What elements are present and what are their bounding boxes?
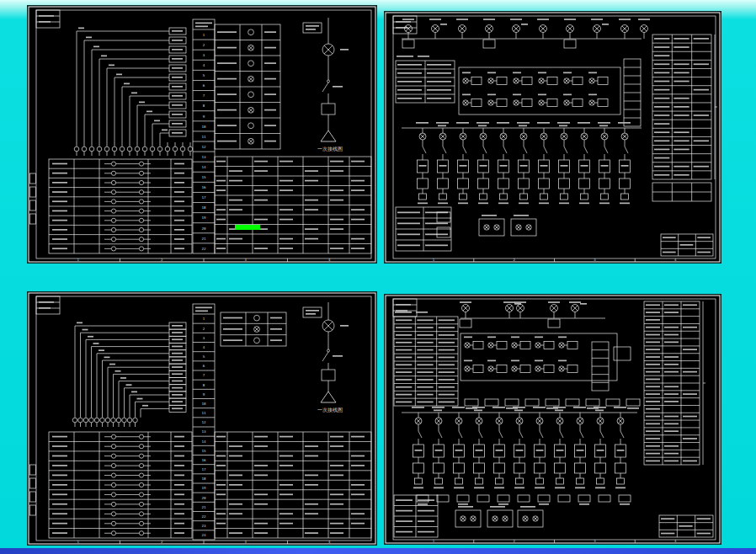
svg-text:21: 21 (201, 505, 206, 509)
svg-text:15: 15 (201, 449, 206, 453)
svg-text:13: 13 (201, 155, 206, 159)
svg-text:8: 8 (203, 383, 205, 387)
cad-workspace: 123412345678910111213141516171819202122一… (0, 0, 756, 554)
svg-text:2: 2 (203, 43, 205, 47)
svg-text:22: 22 (201, 247, 206, 251)
svg-text:5: 5 (203, 354, 205, 359)
svg-text:24: 24 (201, 533, 206, 537)
svg-text:11: 11 (201, 411, 206, 415)
svg-text:23: 23 (201, 524, 206, 528)
svg-text:17: 17 (201, 467, 206, 471)
svg-text:11: 11 (201, 135, 206, 139)
svg-text:3: 3 (203, 53, 205, 57)
svg-text:10: 10 (201, 402, 206, 406)
svg-text:9: 9 (203, 392, 205, 397)
svg-text:14: 14 (201, 165, 206, 169)
svg-text:4: 4 (203, 345, 205, 349)
sheet-bottom-left[interactable]: 1234123456789101112131415161718192021222… (28, 292, 376, 545)
sheet-top-left[interactable]: 123412345678910111213141516171819202122一… (28, 6, 376, 263)
svg-text:22: 22 (201, 514, 206, 519)
svg-text:18: 18 (201, 205, 206, 210)
sheet-canvas: 123412345678910111213141516171819202122一… (28, 6, 376, 263)
svg-text:13: 13 (201, 429, 206, 434)
svg-text:8: 8 (203, 104, 205, 108)
sheet-canvas: 1234123456789101112131415161718192021222… (28, 292, 376, 545)
svg-text:7: 7 (203, 373, 205, 377)
bottom-taskbar-edge (0, 548, 756, 554)
svg-text:14: 14 (201, 439, 206, 444)
sheet-canvas: 1234 (385, 12, 721, 263)
svg-text:12: 12 (201, 145, 206, 149)
svg-text:3: 3 (203, 336, 205, 340)
sheet-canvas: 1234 (385, 295, 721, 544)
svg-text:1: 1 (203, 33, 205, 37)
svg-text:9: 9 (203, 115, 205, 119)
sheet-bottom-right[interactable]: 1234 (385, 295, 721, 544)
svg-text:7: 7 (203, 93, 205, 98)
svg-text:20: 20 (201, 226, 206, 231)
svg-text:5: 5 (203, 73, 205, 77)
svg-text:15: 15 (201, 175, 206, 179)
svg-text:1: 1 (203, 317, 205, 321)
svg-text:一次接线图: 一次接线图 (317, 407, 343, 413)
sheet-top-right[interactable]: 1234 (385, 12, 721, 263)
svg-text:16: 16 (201, 185, 206, 189)
svg-text:18: 18 (201, 477, 206, 481)
svg-text:19: 19 (201, 486, 206, 490)
svg-text:12: 12 (201, 420, 206, 424)
svg-text:4: 4 (203, 63, 205, 67)
svg-text:17: 17 (201, 195, 206, 200)
svg-text:2: 2 (203, 327, 205, 331)
svg-text:一次接线图: 一次接线图 (317, 146, 343, 152)
svg-text:16: 16 (201, 458, 206, 462)
svg-text:21: 21 (201, 237, 206, 241)
svg-text:10: 10 (201, 125, 206, 129)
svg-text:6: 6 (203, 83, 205, 88)
svg-text:19: 19 (201, 216, 206, 220)
svg-text:20: 20 (201, 496, 206, 500)
svg-text:6: 6 (203, 364, 205, 368)
selected-entity-highlight[interactable] (235, 225, 260, 230)
